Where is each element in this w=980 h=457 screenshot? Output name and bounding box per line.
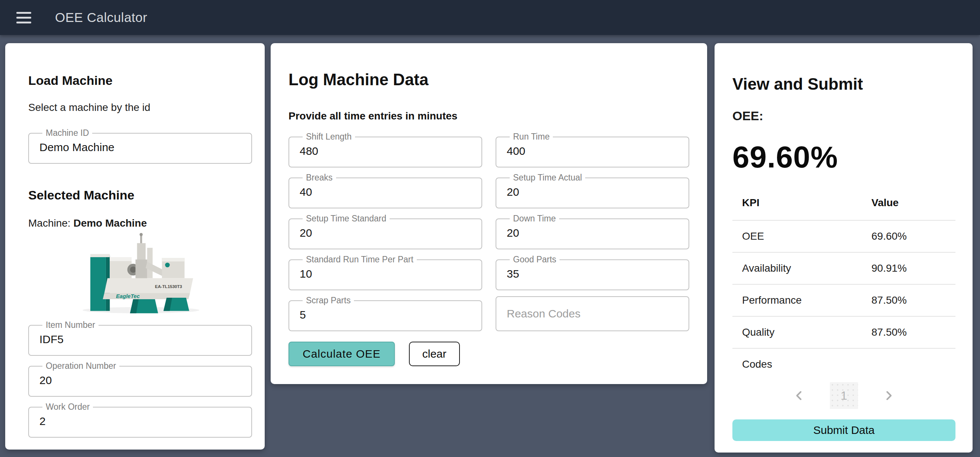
operation-number-input[interactable] — [39, 370, 242, 396]
reason-codes-field — [496, 296, 689, 331]
app-title: OEE Calculator — [55, 10, 147, 25]
table-row: Quality 87.50% — [732, 316, 956, 348]
breaks-field: Breaks — [288, 173, 482, 208]
table-row: Codes — [732, 348, 956, 380]
setup-time-standard-field: Setup Time Standard — [288, 214, 482, 249]
pagination: 1 — [732, 382, 956, 409]
setup-time-standard-input[interactable] — [299, 223, 472, 248]
log-machine-data-card: Log Machine Data Provide all time entrie… — [270, 43, 707, 384]
page-number[interactable]: 1 — [830, 382, 858, 409]
app-bar: OEE Calculator — [0, 0, 980, 35]
machine-name: Demo Machine — [73, 217, 147, 229]
item-number-label: Item Number — [42, 321, 99, 329]
cnc-machine-illustration: EagleTec EA-TL1530T3 — [74, 232, 206, 315]
kpi-table-header-row: KPI Value — [732, 190, 956, 221]
clear-button[interactable]: clear — [409, 342, 460, 366]
operation-number-label: Operation Number — [42, 362, 119, 370]
kpi-table: KPI Value OEE 69.60% Availability 90.91%… — [732, 190, 956, 380]
machine-image: EagleTec EA-TL1530T3 — [28, 232, 252, 315]
scrap-parts-input[interactable] — [299, 305, 472, 330]
chevron-left-icon — [794, 390, 805, 401]
down-time-field: Down Time — [496, 214, 689, 249]
good-parts-field: Good Parts — [496, 255, 689, 290]
table-row: Availability 90.91% — [732, 252, 956, 284]
hamburger-icon — [16, 12, 31, 14]
shift-length-input[interactable] — [299, 141, 472, 166]
setup-time-actual-input[interactable] — [506, 182, 679, 207]
next-page-button[interactable] — [878, 385, 899, 406]
item-number-field: Item Number — [28, 321, 252, 356]
menu-button[interactable] — [15, 6, 39, 29]
breaks-input[interactable] — [299, 182, 472, 207]
good-parts-input[interactable] — [506, 264, 679, 289]
calculate-oee-button[interactable]: Calculate OEE — [288, 342, 395, 366]
submit-data-button[interactable]: Submit Data — [732, 419, 956, 441]
machine-id-field: Machine ID — [28, 129, 252, 164]
table-row: OEE 69.60% — [732, 221, 956, 252]
machine-id-input[interactable] — [39, 137, 242, 163]
value-header: Value — [862, 190, 956, 221]
oee-calculator-page: OEE Calculator Load Machine Select a mac… — [0, 0, 980, 457]
standard-run-time-field: Standard Run Time Per Part — [288, 255, 482, 290]
machine-data-form: Shift Length Run Time Breaks Setup Time … — [288, 133, 689, 331]
machine-model-text: EA-TL1530T3 — [155, 284, 182, 289]
work-order-field: Work Order — [28, 403, 252, 438]
down-time-input[interactable] — [506, 223, 679, 248]
oee-label: OEE: — [732, 109, 956, 123]
kpi-header: KPI — [732, 190, 862, 221]
item-number-input[interactable] — [39, 329, 242, 355]
time-entries-note: Provide all time entries in minutes — [288, 110, 689, 122]
scrap-parts-field: Scrap Parts — [288, 296, 482, 331]
reason-codes-input[interactable] — [507, 307, 678, 320]
machine-id-label: Machine ID — [42, 129, 92, 137]
machine-label: Machine: — [28, 217, 71, 229]
oee-value: 69.60% — [732, 139, 956, 174]
load-machine-subheading: Select a machine by the id — [28, 101, 252, 114]
chevron-right-icon — [883, 390, 894, 401]
run-time-input[interactable] — [506, 141, 679, 166]
setup-time-actual-field: Setup Time Actual — [496, 173, 689, 208]
load-machine-heading: Load Machine — [28, 73, 252, 88]
log-machine-data-heading: Log Machine Data — [288, 70, 689, 89]
load-machine-card: Load Machine Select a machine by the id … — [5, 43, 265, 449]
machine-brand-text: EagleTec — [116, 293, 140, 299]
work-order-label: Work Order — [42, 403, 93, 411]
work-order-input[interactable] — [39, 411, 242, 436]
shift-length-field: Shift Length — [288, 133, 482, 168]
table-row: Performance 87.50% — [732, 284, 956, 316]
view-submit-heading: View and Submit — [732, 74, 956, 94]
selected-machine-line: Machine: Demo Machine — [28, 217, 252, 229]
run-time-field: Run Time — [496, 133, 689, 168]
standard-run-time-input[interactable] — [299, 264, 472, 289]
selected-machine-heading: Selected Machine — [28, 188, 252, 203]
form-actions: Calculate OEE clear — [288, 342, 689, 366]
view-submit-card: View and Submit OEE: 69.60% KPI Value OE… — [714, 43, 972, 452]
previous-page-button[interactable] — [789, 385, 810, 406]
operation-number-field: Operation Number — [28, 362, 252, 397]
